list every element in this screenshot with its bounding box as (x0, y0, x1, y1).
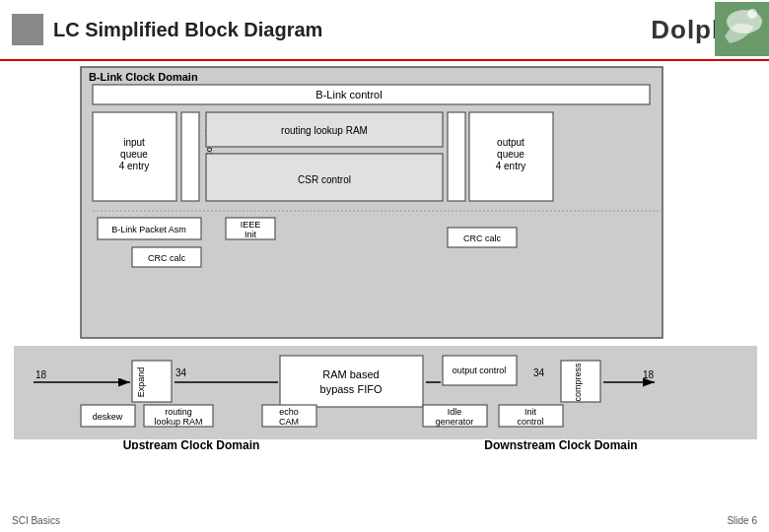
svg-rect-34 (280, 356, 423, 407)
svg-text:Downstream Clock Domain: Downstream Clock Domain (484, 438, 637, 449)
svg-text:compress: compress (573, 363, 583, 402)
svg-text:lookup RAM: lookup RAM (154, 417, 202, 427)
svg-rect-2 (81, 67, 663, 338)
svg-text:CSR control: CSR control (298, 174, 351, 185)
svg-text:bypass FIFO: bypass FIFO (320, 383, 383, 395)
svg-text:CRC calc: CRC calc (148, 253, 186, 263)
footer-left: SCI Basics (12, 515, 60, 526)
svg-text:18: 18 (35, 369, 47, 380)
svg-text:RAM based: RAM based (322, 368, 379, 380)
page-footer: SCI Basics Slide 6 (12, 515, 757, 526)
footer-right: Slide 6 (727, 515, 757, 526)
svg-text:CAM: CAM (279, 417, 299, 427)
svg-text:queue: queue (120, 149, 148, 160)
svg-rect-10 (181, 112, 199, 201)
svg-text:IEEE: IEEE (241, 220, 261, 230)
block-diagram: B-Link Clock Domain B-Link control input… (14, 65, 757, 439)
svg-text:deskew: deskew (93, 412, 123, 422)
svg-rect-16 (448, 112, 465, 201)
svg-text:routing: routing (165, 407, 192, 417)
svg-text:echo: echo (279, 407, 299, 417)
svg-text:B-Link Clock Domain: B-Link Clock Domain (89, 71, 198, 83)
diagram-container: B-Link Clock Domain B-Link control input… (0, 61, 769, 439)
brand-icon (715, 2, 769, 56)
svg-text:34: 34 (175, 367, 187, 378)
svg-text:4 entry: 4 entry (119, 161, 150, 171)
svg-text:18: 18 (643, 369, 655, 380)
page-header: LC Simplified Block Diagram Dolphin (0, 0, 769, 61)
svg-text:queue: queue (497, 149, 524, 160)
logo-box (12, 14, 43, 45)
svg-text:generator: generator (436, 417, 474, 427)
svg-text:B-Link Packet Asm: B-Link Packet Asm (111, 225, 186, 234)
brand-logo: Dolphin (651, 15, 757, 45)
svg-text:output control: output control (453, 366, 507, 375)
svg-text:Init: Init (245, 230, 257, 239)
svg-text:4 entry: 4 entry (496, 161, 526, 171)
page-title: LC Simplified Block Diagram (53, 19, 651, 41)
svg-text:Init: Init (524, 407, 537, 417)
svg-text:B-Link control: B-Link control (315, 89, 382, 100)
svg-text:output: output (497, 137, 524, 148)
svg-text:routing lookup RAM: routing lookup RAM (281, 125, 368, 136)
svg-text:34: 34 (533, 367, 545, 378)
svg-point-1 (747, 9, 757, 19)
svg-text:control: control (517, 417, 543, 427)
svg-text:Idle: Idle (448, 407, 462, 417)
svg-text:Upstream Clock Domain: Upstream Clock Domain (123, 438, 260, 449)
svg-text:Expand: Expand (136, 367, 146, 398)
svg-text:input: input (123, 137, 145, 148)
svg-text:CRC calc: CRC calc (463, 233, 502, 243)
